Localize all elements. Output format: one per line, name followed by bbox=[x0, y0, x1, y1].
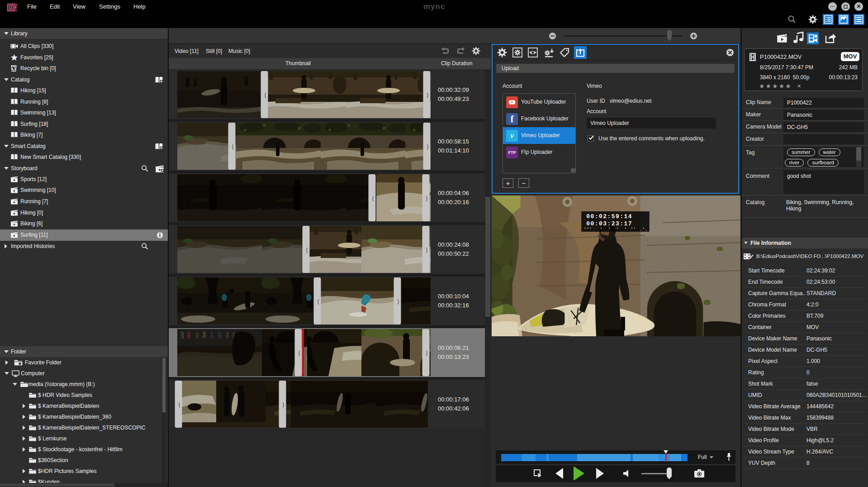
svg-text:00:02:59:14: 00:02:59:14 bbox=[586, 213, 632, 220]
svg-text:⟨: ⟨ bbox=[298, 350, 300, 357]
svg-text:⟩: ⟩ bbox=[282, 401, 285, 408]
svg-text:⟨: ⟨ bbox=[317, 298, 319, 305]
svg-text:⟩: ⟩ bbox=[427, 92, 429, 99]
svg-text:⟩: ⟩ bbox=[427, 143, 429, 150]
svg-text:⟩: ⟩ bbox=[426, 247, 428, 253]
svg-text:⟨: ⟨ bbox=[232, 143, 234, 150]
svg-text:⟩: ⟩ bbox=[426, 195, 428, 202]
svg-text:00:03:23:17: 00:03:23:17 bbox=[586, 220, 632, 227]
svg-text:⟩: ⟩ bbox=[397, 298, 399, 305]
svg-text:⟩: ⟩ bbox=[426, 350, 428, 357]
svg-text:⟨: ⟨ bbox=[306, 247, 308, 253]
svg-text:⟨: ⟨ bbox=[264, 92, 266, 99]
svg-text:⟨: ⟨ bbox=[178, 401, 180, 408]
svg-text:⟨: ⟨ bbox=[372, 195, 374, 202]
